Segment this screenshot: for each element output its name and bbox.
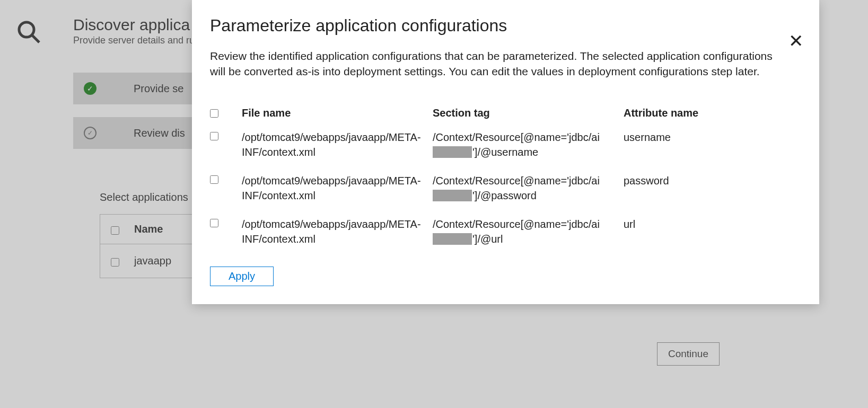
section-tag-cell: /Context/Resource[@name='jdbc/ai']/@url: [433, 217, 624, 246]
attribute-cell: username: [624, 130, 730, 145]
column-section-tag: Section tag: [433, 107, 624, 119]
redacted-segment: [433, 190, 472, 201]
row-checkbox[interactable]: [210, 175, 218, 184]
redacted-segment: [433, 233, 472, 245]
file-name-cell: /opt/tomcat9/webapps/javaapp/META-INF/co…: [242, 217, 433, 246]
redacted-segment: [433, 146, 472, 158]
row-checkbox[interactable]: [210, 132, 218, 140]
column-attribute-name: Attribute name: [624, 107, 730, 119]
apply-button[interactable]: Apply: [210, 267, 274, 286]
file-name-cell: /opt/tomcat9/webapps/javaapp/META-INF/co…: [242, 130, 433, 159]
attribute-cell: password: [624, 173, 730, 188]
row-checkbox[interactable]: [210, 219, 218, 227]
close-button[interactable]: ✕: [788, 32, 803, 50]
attribute-cell: url: [624, 217, 730, 232]
section-tag-cell: /Context/Resource[@name='jdbc/ai']/@user…: [433, 130, 624, 159]
config-row: /opt/tomcat9/webapps/javaapp/META-INF/co…: [210, 173, 801, 203]
config-row: /opt/tomcat9/webapps/javaapp/META-INF/co…: [210, 130, 801, 159]
modal-description: Review the identified application config…: [210, 48, 783, 79]
section-tag-cell: /Context/Resource[@name='jdbc/ai']/@pass…: [433, 173, 624, 203]
file-name-cell: /opt/tomcat9/webapps/javaapp/META-INF/co…: [242, 173, 433, 203]
close-icon: ✕: [788, 31, 803, 51]
select-all-config-checkbox[interactable]: [210, 109, 218, 118]
config-row: /opt/tomcat9/webapps/javaapp/META-INF/co…: [210, 217, 801, 246]
config-table: File name Section tag Attribute name /op…: [210, 107, 801, 246]
modal-title: Parameterize application configurations: [210, 16, 801, 36]
column-file-name: File name: [242, 107, 433, 119]
parameterize-modal: Parameterize application configurations …: [192, 0, 819, 304]
